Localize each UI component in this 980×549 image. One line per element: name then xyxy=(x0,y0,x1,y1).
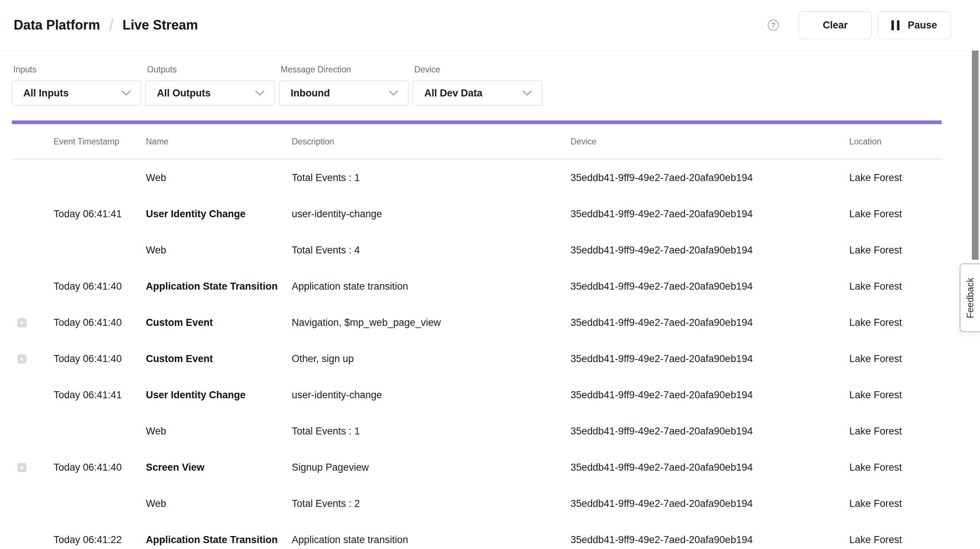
filter-message-direction-label: Message Direction xyxy=(279,65,408,75)
event-location-cell: Lake Forest xyxy=(849,172,942,184)
inputs-select[interactable]: All Inputs xyxy=(12,81,141,106)
expand-row-button[interactable]: + xyxy=(18,463,27,472)
scrollbar-thumb[interactable] xyxy=(972,51,978,260)
event-location-cell: Lake Forest xyxy=(849,426,942,437)
event-device-cell: 35eddb41-9ff9-49e2-7aed-20afa90eb194 xyxy=(571,353,849,365)
event-description-cell: Total Events : 2 xyxy=(292,498,571,509)
event-description-cell: Other, sign up xyxy=(292,353,571,365)
event-device-cell: 35eddb41-9ff9-49e2-7aed-20afa90eb194 xyxy=(571,534,849,546)
event-name-cell: Custom Event xyxy=(146,317,292,329)
event-name-cell: Screen View xyxy=(146,462,292,473)
event-device-cell: 35eddb41-9ff9-49e2-7aed-20afa90eb194 xyxy=(571,208,849,220)
column-header-description: Description xyxy=(292,137,571,147)
chevron-down-icon xyxy=(522,90,532,96)
filter-message-direction: Message Direction Inbound xyxy=(279,65,408,106)
event-location-cell: Lake Forest xyxy=(849,244,942,256)
filter-outputs: Outputs All Outputs xyxy=(145,65,275,106)
event-location-cell: Lake Forest xyxy=(849,317,942,329)
event-location-cell: Lake Forest xyxy=(849,462,942,473)
table-row[interactable]: Today 06:41:22 Application State Transit… xyxy=(12,522,942,549)
device-select[interactable]: All Dev Data xyxy=(413,81,542,106)
event-timestamp-cell: Today 06:41:41 xyxy=(54,208,146,220)
event-device-cell: 35eddb41-9ff9-49e2-7aed-20afa90eb194 xyxy=(571,498,849,509)
table-row[interactable]: Web Total Events : 2 35eddb41-9ff9-49e2-… xyxy=(12,485,942,522)
feedback-tab[interactable]: Feedback xyxy=(960,263,980,332)
table-row[interactable]: Today 06:41:41 User Identity Change user… xyxy=(12,196,942,232)
table-body: Web Total Events : 1 35eddb41-9ff9-49e2-… xyxy=(12,160,942,549)
message-direction-select-value: Inbound xyxy=(291,88,330,99)
table-row[interactable]: + Today 06:41:40 Screen View Signup Page… xyxy=(12,449,942,485)
event-timestamp-cell: Today 06:41:40 xyxy=(54,317,146,329)
column-header-location: Location xyxy=(849,137,942,147)
event-name-cell: Web xyxy=(146,172,292,184)
event-timestamp-cell: Today 06:41:40 xyxy=(54,281,146,292)
event-name-cell: Web xyxy=(146,498,292,509)
event-device-cell: 35eddb41-9ff9-49e2-7aed-20afa90eb194 xyxy=(571,172,849,184)
table-row[interactable]: Today 06:41:41 User Identity Change user… xyxy=(12,377,942,413)
event-location-cell: Lake Forest xyxy=(849,208,942,220)
outputs-select-value: All Outputs xyxy=(157,88,210,99)
event-name-cell: Web xyxy=(146,426,292,437)
event-description-cell: user-identity-change xyxy=(292,208,571,220)
event-description-cell: Application state transition xyxy=(292,281,571,292)
clear-button-label: Clear xyxy=(823,19,848,31)
event-name-cell: Application State Transition xyxy=(146,281,292,292)
filters-bar: Inputs All Inputs Outputs All Outputs Me… xyxy=(0,51,980,106)
event-timestamp-cell: Today 06:41:40 xyxy=(54,353,146,365)
breadcrumb-data-platform[interactable]: Data Platform xyxy=(14,18,100,33)
breadcrumb-separator: / xyxy=(109,15,114,35)
column-header-name: Name xyxy=(146,137,292,147)
filter-inputs: Inputs All Inputs xyxy=(12,65,141,106)
header-actions: ? Clear Pause xyxy=(768,11,951,39)
event-device-cell: 35eddb41-9ff9-49e2-7aed-20afa90eb194 xyxy=(571,426,849,437)
inputs-select-value: All Inputs xyxy=(23,88,69,99)
clear-button[interactable]: Clear xyxy=(799,11,872,39)
filter-inputs-label: Inputs xyxy=(12,65,141,75)
event-device-cell: 35eddb41-9ff9-49e2-7aed-20afa90eb194 xyxy=(571,281,849,292)
expand-cell: + xyxy=(12,318,54,327)
event-location-cell: Lake Forest xyxy=(849,389,942,401)
column-header-device: Device xyxy=(571,137,849,147)
event-name-cell: Custom Event xyxy=(146,353,292,365)
event-description-cell: user-identity-change xyxy=(292,389,571,401)
table-header: Event Timestamp Name Description Device … xyxy=(12,124,942,160)
app-header: Data Platform / Live Stream ? Clear Paus… xyxy=(0,0,980,51)
accent-divider xyxy=(12,120,942,124)
event-description-cell: Signup Pageview xyxy=(292,462,571,473)
pause-button[interactable]: Pause xyxy=(877,11,951,39)
table-row[interactable]: Web Total Events : 4 35eddb41-9ff9-49e2-… xyxy=(12,232,942,268)
table-row[interactable]: + Today 06:41:40 Custom Event Navigation… xyxy=(12,305,942,341)
message-direction-select[interactable]: Inbound xyxy=(279,81,408,106)
event-device-cell: 35eddb41-9ff9-49e2-7aed-20afa90eb194 xyxy=(571,389,849,401)
table-row[interactable]: + Today 06:41:40 Custom Event Other, sig… xyxy=(12,341,942,377)
event-description-cell: Total Events : 1 xyxy=(292,426,571,437)
table-row[interactable]: Today 06:41:40 Application State Transit… xyxy=(12,268,942,305)
outputs-select[interactable]: All Outputs xyxy=(145,81,275,106)
event-description-cell: Application state transition xyxy=(292,534,571,546)
table-row[interactable]: Web Total Events : 1 35eddb41-9ff9-49e2-… xyxy=(12,160,942,196)
event-name-cell: Application State Transition xyxy=(146,534,292,546)
event-location-cell: Lake Forest xyxy=(849,498,942,509)
event-description-cell: Total Events : 1 xyxy=(292,172,571,184)
table-row[interactable]: Web Total Events : 1 35eddb41-9ff9-49e2-… xyxy=(12,413,942,449)
event-device-cell: 35eddb41-9ff9-49e2-7aed-20afa90eb194 xyxy=(571,317,849,329)
event-location-cell: Lake Forest xyxy=(849,353,942,365)
pause-button-label: Pause xyxy=(908,19,937,31)
event-timestamp-cell: Today 06:41:22 xyxy=(54,534,146,546)
chevron-down-icon xyxy=(121,90,131,96)
expand-row-button[interactable]: + xyxy=(18,318,27,327)
column-header-timestamp: Event Timestamp xyxy=(54,137,146,147)
chevron-down-icon xyxy=(255,90,265,96)
event-name-cell: User Identity Change xyxy=(146,389,292,401)
help-icon[interactable]: ? xyxy=(768,19,779,31)
event-timestamp-cell: Today 06:41:40 xyxy=(54,462,146,473)
feedback-tab-label: Feedback xyxy=(965,278,976,318)
event-timestamp-cell: Today 06:41:41 xyxy=(54,389,146,401)
event-name-cell: Web xyxy=(146,244,292,256)
page-title: Live Stream xyxy=(123,18,198,33)
expand-row-button[interactable]: + xyxy=(18,354,27,364)
event-device-cell: 35eddb41-9ff9-49e2-7aed-20afa90eb194 xyxy=(571,244,849,256)
filter-outputs-label: Outputs xyxy=(145,65,275,75)
event-description-cell: Navigation, $mp_web_page_view xyxy=(292,317,571,329)
event-device-cell: 35eddb41-9ff9-49e2-7aed-20afa90eb194 xyxy=(571,462,849,473)
